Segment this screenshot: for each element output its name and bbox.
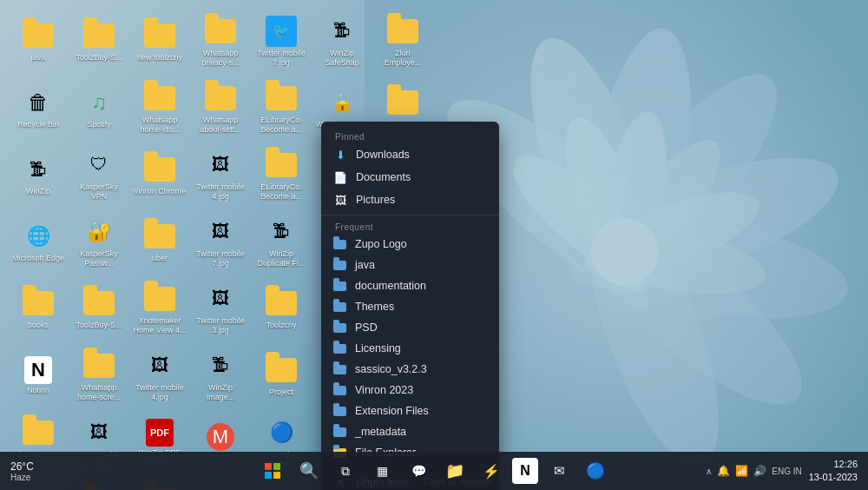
menu-item-psd[interactable]: PSD — [321, 317, 499, 338]
icon-whatsapp3[interactable]: Whatsapp about-sett... — [191, 76, 250, 141]
language-indicator[interactable]: ENG IN — [772, 467, 801, 476]
menu-item-extension-files[interactable]: Extension Files — [321, 401, 499, 421]
icon-project[interactable]: Project — [252, 343, 311, 408]
menu-item-themes-label: Themes — [355, 301, 394, 313]
icon-toolzcny[interactable]: Toolzcny — [252, 276, 311, 341]
icon-newtoolzcny[interactable]: new toolzcny — [130, 9, 189, 74]
folder-icon-extension — [333, 407, 346, 416]
menu-item-licensing[interactable]: Licensing — [321, 338, 499, 359]
menu-item-zupo-label: Zupo Logo — [355, 238, 407, 250]
icon-winzip4[interactable]: 🗜 WinZip Duplicate Fi... — [252, 209, 311, 275]
folder-icon-vinron — [333, 386, 346, 395]
icon-toolzbuy2[interactable]: ToolzBuy-S... — [69, 276, 128, 341]
icon-twitter4[interactable]: 🖼 Twitter mobile 3.jpg — [191, 276, 250, 341]
icon-xnotemaker[interactable]: Xnotemaker Home View 4... — [130, 276, 189, 341]
icon-winzip1[interactable]: 🗜 WinZip SafeSnap — [312, 9, 372, 74]
icon-winzip3[interactable]: 🗜 WinZip — [9, 142, 68, 208]
icon-books[interactable]: books — [9, 276, 68, 341]
desktop: java ToolzBuy-S... new toolzcny Whatsapp… — [0, 0, 868, 490]
icon-whatsapp1[interactable]: Whatsapp privacy-s... — [191, 9, 250, 74]
taskbar: 26°C Haze 🔍 ⧉ ▦ 💬 📁 — [0, 452, 868, 490]
folder-icon-zupo — [333, 240, 346, 249]
icon-notion[interactable]: N Notion — [9, 343, 68, 408]
menu-item-vinron-label: Vinron 2023 — [355, 384, 413, 396]
menu-item-java-label: java — [355, 259, 375, 271]
menu-item-downloads[interactable]: ⬇ Downloads — [321, 143, 499, 166]
start-button[interactable] — [257, 455, 288, 487]
task-view-button[interactable]: ⧉ — [330, 455, 361, 487]
menu-item-themes[interactable]: Themes — [321, 296, 499, 317]
chat-button[interactable]: 💬 — [403, 455, 434, 487]
icon-uber[interactable]: uber — [130, 209, 189, 275]
system-tray: ∧ 🔔 📶 🔊 ENG IN — [706, 465, 801, 477]
icon-kaspersky1[interactable]: 🛡 KasperSky VPN — [69, 142, 128, 208]
widgets-button[interactable]: ▦ — [366, 455, 398, 487]
taskbar-time-display: 12:26 — [833, 458, 858, 471]
icon-winzip5[interactable]: 🗜 WinZip Image... — [191, 343, 250, 408]
icon-twitter3[interactable]: 🖼 Twitter mobile 7.jpg — [191, 209, 250, 275]
folder-icon-psd — [333, 323, 346, 333]
folder-icon-documentation — [333, 281, 346, 291]
tray-icons: 🔔 — [717, 465, 730, 477]
tray-chevron[interactable]: ∧ — [706, 467, 712, 476]
icon-recycle[interactable]: 🗑 Recycle Bin — [9, 76, 68, 141]
taskbar-right-area: ∧ 🔔 📶 🔊 ENG IN 12:26 13-01-2023 — [706, 458, 858, 485]
menu-item-vinron-2023[interactable]: Vinron 2023 — [321, 380, 499, 401]
icon-msedge[interactable]: 🌐 Microsoft Edge — [9, 209, 68, 275]
chrome-button[interactable]: 🔵 — [580, 455, 611, 487]
icon-elibrary1[interactable]: ELibraryCo. Become a... — [252, 76, 311, 141]
icon-vinron2[interactable]: Vinron Chrome — [130, 142, 189, 208]
icon-kaspersky2[interactable]: 🔐 KasperSky Passw... — [69, 209, 128, 275]
menu-item-sassico[interactable]: sassico_v3.2.3 — [321, 359, 499, 380]
icon-whatsapp4[interactable]: Whatsapp home-scre... — [69, 343, 128, 408]
icon-toolzbuy1[interactable]: ToolzBuy-S... — [69, 9, 128, 74]
download-icon: ⬇ — [333, 148, 347, 162]
icon-twitter2[interactable]: 🖼 Twitter mobile 4.jpg — [191, 142, 250, 208]
taskbar-clock[interactable]: 12:26 13-01-2023 — [809, 458, 858, 485]
icon-whatsapp2[interactable]: Whatsapp home-sto... — [130, 76, 189, 141]
taskbar-center-buttons: 🔍 ⧉ ▦ 💬 📁 ⚡ N ✉ 🔵 — [257, 455, 611, 487]
menu-item-metadata-label: _metadata — [355, 426, 406, 438]
menu-item-documents[interactable]: 📄 Documents — [321, 166, 499, 189]
menu-item-documentation[interactable]: documentation — [321, 275, 499, 296]
notion-button[interactable]: N — [512, 458, 538, 484]
pinned-section-label: Pinned — [321, 129, 499, 143]
icon-zluri1[interactable]: Zluri Employe... — [373, 9, 432, 74]
icon-elibrary2[interactable]: ELibraryCo. Become a... — [252, 142, 311, 208]
folder-icon-metadata — [333, 427, 346, 437]
frequent-section-label: Frequent — [321, 219, 499, 234]
menu-item-documents-label: Documents — [356, 171, 411, 183]
folder-icon-themes — [333, 302, 346, 312]
taskbar-weather-desc: Haze — [10, 473, 30, 482]
search-button[interactable]: 🔍 — [293, 455, 325, 487]
svg-point-15 — [591, 218, 658, 285]
menu-item-psd-label: PSD — [355, 321, 378, 334]
taskbar-date-display: 13-01-2023 — [809, 471, 858, 484]
svg-rect-19 — [273, 472, 280, 479]
menu-item-metadata[interactable]: _metadata — [321, 421, 499, 442]
icon-twitter5[interactable]: 🖼 Twitter mobile 4.jpg — [130, 343, 189, 408]
tray-network[interactable]: 📶 — [735, 465, 748, 477]
menu-item-java[interactable]: java — [321, 255, 499, 275]
menu-item-pictures[interactable]: 🖼 Pictures — [321, 189, 499, 211]
tray-volume[interactable]: 🔊 — [753, 465, 766, 477]
context-menu: Pinned ⬇ Downloads 📄 Documents 🖼 Picture… — [321, 122, 499, 490]
menu-item-extension-label: Extension Files — [355, 405, 429, 417]
document-icon: 📄 — [333, 170, 347, 184]
icon-java[interactable]: java — [9, 9, 68, 74]
svg-rect-16 — [265, 463, 272, 470]
file-explorer-button[interactable]: 📁 — [439, 455, 470, 487]
icon-twitter1[interactable]: 🐦 Twitter mobile 7.jpg — [252, 9, 311, 74]
menu-item-licensing-label: Licensing — [355, 342, 401, 354]
folder-icon-sassico — [333, 365, 346, 374]
pictures-icon: 🖼 — [333, 193, 347, 207]
mail-button[interactable]: ✉ — [543, 455, 575, 487]
taskbar-temperature: 26°C — [10, 460, 34, 473]
menu-item-pictures-label: Pictures — [356, 194, 395, 206]
svg-rect-18 — [265, 472, 272, 479]
menu-item-documentation-label: documentation — [355, 280, 426, 292]
taskbar-weather-area: 26°C Haze — [10, 460, 62, 482]
menu-item-zupo-logo[interactable]: Zupo Logo — [321, 234, 499, 255]
power-button[interactable]: ⚡ — [476, 455, 507, 487]
icon-spotify[interactable]: ♫ Spotify — [69, 76, 128, 141]
